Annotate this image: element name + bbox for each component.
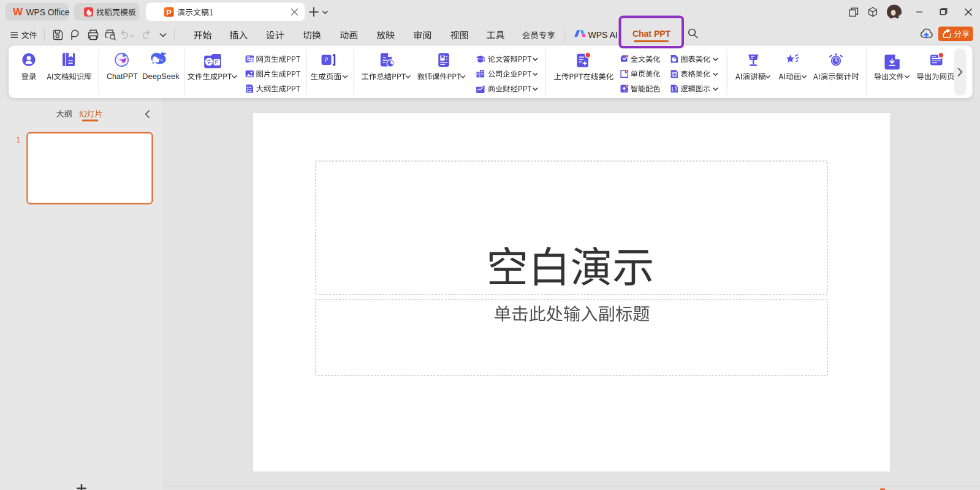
svg-text:WPS Office: WPS Office	[26, 8, 70, 17]
svg-text:ChatPPT: ChatPPT	[107, 72, 138, 81]
svg-text:Chat PPT: Chat PPT	[632, 29, 671, 39]
svg-text:DeepSeek: DeepSeek	[142, 72, 180, 81]
svg-text:P: P	[166, 8, 172, 17]
svg-text:WPS AI: WPS AI	[588, 30, 618, 40]
svg-text:W: W	[13, 6, 23, 18]
